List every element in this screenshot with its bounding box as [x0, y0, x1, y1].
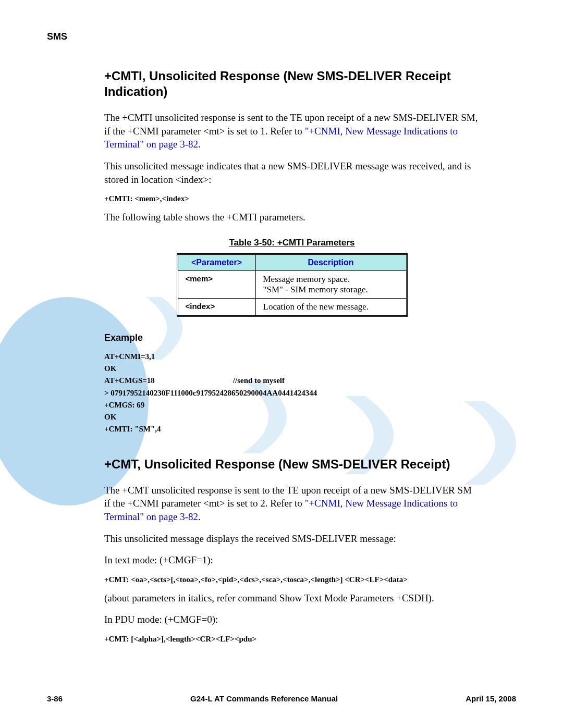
param-desc: Location of the new message. — [255, 298, 407, 316]
section-heading-cmt: +CMT, Unsolicited Response (New SMS-DELI… — [104, 456, 480, 472]
table-caption: Table 3-50: +CMTI Parameters — [104, 238, 480, 248]
cmt-text-mode-label: In text mode: (+CMGF=1): — [104, 553, 480, 567]
table-row: <mem> Message memory space. "SM" - SIM m… — [177, 270, 407, 298]
param-desc: Message memory space. "SM" - SIM memory … — [255, 270, 407, 298]
cmt-paragraph-csdh: (about parameters in italics, refer comm… — [104, 591, 480, 605]
param-name: <mem> — [177, 270, 255, 298]
col-header-parameter: <Parameter> — [177, 254, 255, 270]
footer-date: April 15, 2008 — [466, 694, 516, 703]
example-code-block: AT+CNMI=3,1 OK AT+CMGS=18 //send to myse… — [104, 351, 480, 436]
cmt-pdu-mode-syntax: +CMT: [<alpha>],<length><CR><LF><pdu> — [104, 635, 480, 644]
cmti-paragraph-2: This unsolicited message indicates that … — [104, 159, 480, 186]
page-number: 3-86 — [47, 694, 63, 703]
section-heading-cmti: +CMTI, Unsolicited Response (New SMS-DEL… — [104, 68, 480, 100]
cmt-pdu-mode-label: In PDU mode: (+CMGF=0): — [104, 613, 480, 626]
manual-title: G24-L AT Commands Reference Manual — [63, 694, 466, 703]
cmti-paragraph-1: The +CMTI unsolicited response is sent t… — [104, 111, 480, 151]
page-footer: 3-86 G24-L AT Commands Reference Manual … — [47, 694, 516, 703]
text: . — [198, 511, 201, 522]
text: . — [198, 139, 201, 150]
col-header-description: Description — [255, 254, 407, 270]
table-row: <index> Location of the new message. — [177, 298, 407, 316]
running-header: SMS — [47, 31, 516, 42]
param-name: <index> — [177, 298, 255, 316]
cmt-paragraph-1: The +CMT unsolicited response is sent to… — [104, 484, 480, 524]
cmti-parameters-table: <Parameter> Description <mem> Message me… — [177, 253, 408, 317]
cmt-text-mode-syntax: +CMT: <oa>,<scts>[,<tooa>,<fo>,<pid>,<dc… — [104, 575, 480, 584]
cmti-paragraph-3: The following table shows the +CMTI para… — [104, 211, 480, 224]
cmti-syntax: +CMTI: <mem>,<index> — [104, 194, 480, 203]
example-heading: Example — [104, 332, 480, 343]
cmt-paragraph-2: This unsolicited message displays the re… — [104, 532, 480, 546]
